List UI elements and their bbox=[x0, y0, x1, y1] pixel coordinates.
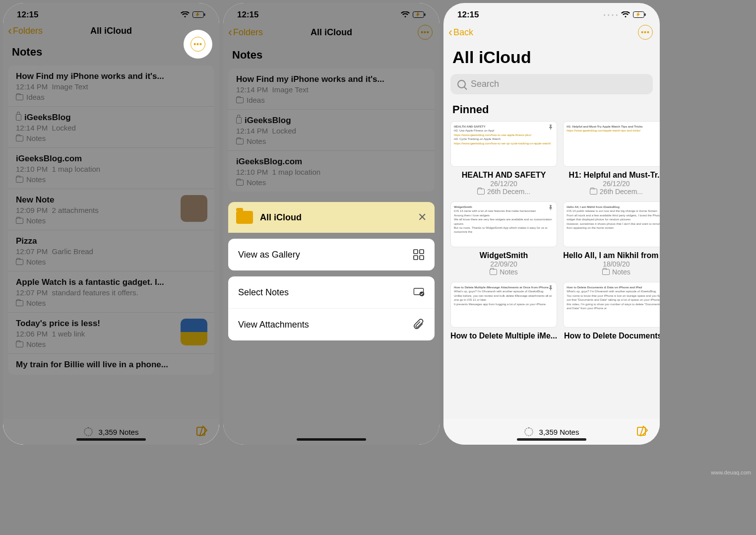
note-folder: Notes bbox=[16, 258, 206, 266]
home-indicator[interactable] bbox=[297, 438, 366, 441]
select-icon bbox=[413, 286, 425, 298]
note-subline: 12:14 PM Image Text bbox=[236, 85, 427, 94]
watermark: www.deuaq.com bbox=[711, 469, 751, 475]
gallery-folder: 26th Decem... bbox=[450, 188, 557, 196]
wifi-icon bbox=[181, 11, 189, 18]
note-item[interactable]: How Find my iPhone works and it's... 12:… bbox=[228, 68, 435, 110]
sync-spinner-icon bbox=[84, 427, 93, 436]
gallery-card[interactable]: HEALTH AND SAFETYH2: Use Apple Fitness o… bbox=[450, 121, 557, 196]
folder-icon bbox=[490, 269, 497, 275]
gallery-folder: Notes bbox=[450, 268, 557, 276]
back-label: Back bbox=[453, 27, 473, 38]
note-item[interactable]: iGeeksBlog.com 12:10 PM 1 map location N… bbox=[228, 151, 435, 192]
screen-1-notes-list: 12:15 ‹ Folders All iCloud Notes How Fin… bbox=[3, 3, 219, 445]
gallery-card[interactable]: How to Delete Multiple iMessage Attachme… bbox=[450, 282, 557, 348]
lock-icon bbox=[236, 117, 242, 124]
note-title: How Find my iPhone works and it's... bbox=[236, 74, 427, 84]
folder-icon bbox=[16, 259, 23, 265]
battery-icon bbox=[633, 11, 646, 18]
chevron-left-icon: ‹ bbox=[228, 26, 232, 38]
sheet-header: All iCloud ✕ bbox=[228, 202, 435, 233]
menu-label: Select Notes bbox=[238, 287, 289, 298]
svg-rect-7 bbox=[414, 256, 418, 260]
folder-icon bbox=[16, 341, 23, 347]
note-folder: Notes bbox=[16, 340, 206, 348]
note-preview: H1: Helpful and Must-Try Apple Watch Tip… bbox=[563, 121, 660, 167]
action-sheet: All iCloud ✕ View as Gallery Select Note… bbox=[228, 202, 435, 340]
status-bar: 12:15 • • • • bbox=[443, 3, 660, 22]
status-time: 12:15 bbox=[457, 10, 479, 20]
note-preview: WidgetSmithiOS 14 came with a lot of new… bbox=[450, 201, 557, 247]
menu-view-attachments[interactable]: View Attachments bbox=[228, 309, 435, 340]
chevron-left-icon: ‹ bbox=[448, 26, 452, 38]
note-subline: 12:10 PM 1 map location bbox=[236, 168, 427, 176]
note-item[interactable]: Apple Watch is a fantastic gadget. I... … bbox=[8, 271, 214, 313]
more-button-highlight: ••• bbox=[184, 30, 212, 59]
compose-button[interactable] bbox=[636, 425, 649, 439]
menu-view-as-gallery[interactable]: View as Gallery bbox=[228, 239, 435, 270]
menu-select-notes[interactable]: Select Notes bbox=[228, 276, 435, 309]
gallery-card[interactable]: WidgetSmithiOS 14 came with a lot of new… bbox=[450, 201, 557, 276]
note-item[interactable]: My train for Billie will live in a phone… bbox=[8, 354, 214, 375]
sheet-title: All iCloud bbox=[260, 212, 302, 223]
back-label: Folders bbox=[13, 26, 43, 36]
back-button[interactable]: ‹ Folders bbox=[228, 26, 263, 38]
back-button[interactable]: ‹ Folders bbox=[8, 25, 43, 37]
gallery-card[interactable]: How to Delete Documents & Data on iPhone… bbox=[563, 282, 660, 348]
search-icon bbox=[457, 80, 466, 88]
grid-icon bbox=[413, 249, 425, 261]
search-input[interactable]: Search bbox=[450, 74, 653, 94]
status-icons bbox=[401, 11, 426, 18]
note-title: iGeeksBlog.com bbox=[236, 157, 427, 167]
toolbar: 3,359 Notes bbox=[3, 419, 219, 445]
note-preview: HEALTH AND SAFETYH2: Use Apple Fitness o… bbox=[450, 121, 557, 167]
folder-icon bbox=[16, 218, 23, 224]
note-item[interactable]: Today's price is less! 12:06 PM 1 web li… bbox=[8, 313, 214, 354]
note-preview: Hello All, I am Nikhil from iGeeksBlogiO… bbox=[563, 201, 660, 247]
gallery-title: How to Delete Multiple iMe... bbox=[450, 332, 557, 340]
note-item[interactable]: iGeeksBlog 12:14 PM Locked Notes bbox=[228, 110, 435, 151]
back-button[interactable]: ‹ Back bbox=[448, 26, 473, 38]
folder-icon bbox=[236, 97, 244, 103]
more-button[interactable]: ••• bbox=[190, 37, 205, 52]
note-title: My train for Billie will live in a phone… bbox=[16, 360, 206, 370]
note-subline: 12:09 PM 2 attachments bbox=[16, 206, 206, 214]
note-folder: Ideas bbox=[236, 96, 427, 104]
folder-icon bbox=[16, 300, 23, 306]
svg-rect-5 bbox=[414, 250, 418, 254]
note-folder: Notes bbox=[236, 137, 427, 145]
note-item[interactable]: New Note 12:09 PM 2 attachments Notes bbox=[8, 189, 214, 230]
note-subline: 12:14 PM Locked bbox=[236, 127, 427, 135]
status-bar: 12:15 bbox=[223, 3, 440, 22]
home-indicator[interactable] bbox=[76, 438, 146, 441]
compose-button[interactable] bbox=[195, 425, 208, 439]
close-button[interactable]: ✕ bbox=[418, 211, 427, 224]
more-button[interactable]: ••• bbox=[418, 25, 433, 40]
gallery-card[interactable]: Hello All, I am Nikhil from iGeeksBlogiO… bbox=[563, 201, 660, 276]
svg-rect-4 bbox=[425, 13, 426, 16]
more-button[interactable]: ••• bbox=[638, 25, 653, 40]
home-indicator[interactable] bbox=[517, 438, 586, 441]
gallery-date: 26/12/20 bbox=[563, 180, 660, 188]
note-folder: Notes bbox=[16, 216, 206, 225]
gallery-date: 26/12/20 bbox=[450, 180, 557, 188]
note-subline: 12:07 PM Garlic Bread bbox=[16, 247, 206, 256]
note-folder: Notes bbox=[16, 134, 206, 142]
note-item[interactable]: Pizza 12:07 PM Garlic Bread Notes bbox=[8, 230, 214, 271]
note-title: Apple Watch is a fantastic gadget. I... bbox=[16, 277, 206, 287]
note-subline: 12:07 PM standard features it offers. bbox=[16, 288, 206, 297]
cellular-dots-icon: • • • • bbox=[604, 12, 618, 18]
note-item[interactable]: How Find my iPhone works and it's... 12:… bbox=[8, 66, 214, 107]
gallery-card[interactable]: H1: Helpful and Must-Try Apple Watch Tip… bbox=[563, 121, 660, 196]
gallery-title: WidgetSmith bbox=[450, 251, 557, 260]
gallery-grid: HEALTH AND SAFETYH2: Use Apple Fitness o… bbox=[443, 121, 660, 348]
wifi-icon bbox=[621, 11, 630, 18]
note-title: Pizza bbox=[16, 236, 206, 246]
note-item[interactable]: iGeeksBlog.com 12:10 PM 1 map location N… bbox=[8, 148, 214, 189]
status-time: 12:15 bbox=[17, 10, 38, 20]
note-item[interactable]: iGeeksBlog 12:14 PM Locked Notes bbox=[8, 107, 214, 148]
pin-icon bbox=[548, 205, 554, 211]
note-folder: Ideas bbox=[16, 93, 206, 101]
svg-rect-12 bbox=[645, 13, 646, 16]
gallery-folder: 26th Decem... bbox=[563, 188, 660, 196]
